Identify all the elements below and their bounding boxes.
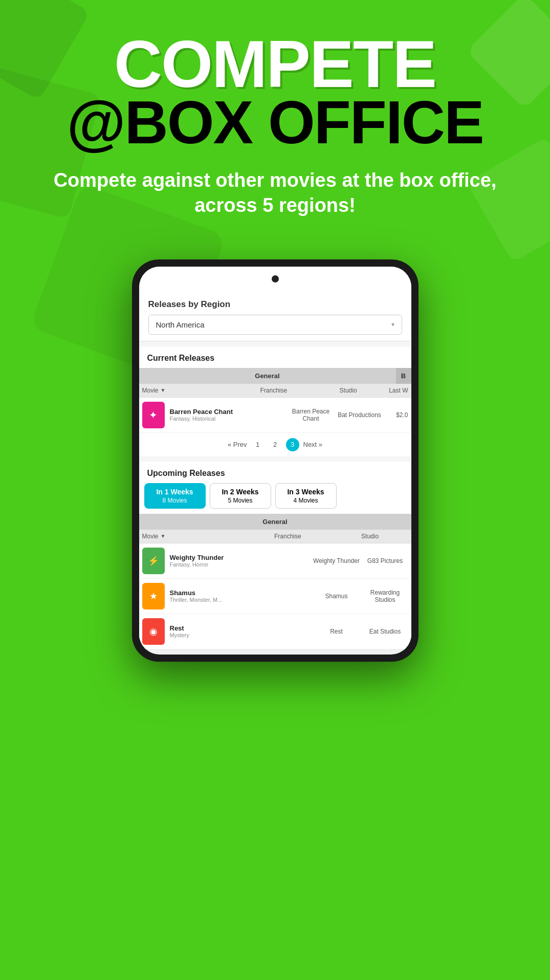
hero-title-boxoffice: @BOX OFFICE bbox=[20, 92, 530, 153]
table-row[interactable]: ⚡ Weighty Thunder Fantasy, Horror Weight… bbox=[139, 543, 411, 579]
movie-info: Barren Peace Chant Fantasy, Historical bbox=[170, 408, 285, 422]
movie-icon: ✦ bbox=[142, 402, 165, 428]
movie-studio-shamus: Rewarding Studios bbox=[362, 589, 408, 603]
table-row[interactable]: ★ Shamus Thriller, Monster, M... Shamus … bbox=[139, 579, 411, 614]
movie-name-rest: Rest bbox=[170, 624, 311, 632]
upcoming-col-movie: Movie ▼ bbox=[139, 530, 247, 543]
movie-icon-rest: ◉ bbox=[142, 618, 165, 645]
current-releases-table-header: General B bbox=[139, 368, 411, 384]
region-selected-text: North America bbox=[156, 320, 205, 329]
pagination: « Prev 1 2 3 Next » bbox=[139, 433, 411, 456]
region-select-wrapper[interactable]: North America ▾ bbox=[148, 315, 402, 335]
upcoming-general-header: General bbox=[139, 514, 411, 530]
app-header: Releases by Region North America ▾ bbox=[139, 291, 411, 341]
upcoming-releases-title: Upcoming Releases bbox=[139, 462, 411, 483]
pagination-page-1[interactable]: 1 bbox=[251, 438, 265, 451]
hero-title-compete: COMPETE bbox=[20, 31, 530, 97]
movie-genre-weighty: Fantasy, Horror bbox=[170, 561, 311, 568]
upcoming-tabs: In 1 Weeks 8 Movies In 2 Weeks 5 Movies … bbox=[139, 483, 411, 514]
movie-studio: Bat Productions bbox=[337, 411, 383, 419]
pagination-page-2[interactable]: 2 bbox=[269, 438, 282, 451]
table-row[interactable]: ◉ Rest Mystery Rest Eat Studios bbox=[139, 614, 411, 649]
movie-info-weighty: Weighty Thunder Fantasy, Horror bbox=[170, 554, 311, 568]
upcoming-subheader: Movie ▼ Franchise Studio bbox=[139, 530, 411, 543]
tab-2-weeks[interactable]: In 2 Weeks 5 Movies bbox=[210, 483, 271, 509]
tab-2-weeks-count: 5 Movies bbox=[218, 497, 262, 504]
movie-info-shamus: Shamus Thriller, Monster, M... bbox=[170, 589, 311, 603]
movie-genre: Fantasy, Historical bbox=[170, 416, 285, 422]
current-releases-title: Current Releases bbox=[139, 346, 411, 368]
phone-content: Releases by Region North America ▾ Curre… bbox=[139, 291, 411, 649]
movie-franchise-rest: Rest bbox=[311, 628, 362, 635]
movie-franchise-weighty: Weighty Thunder bbox=[311, 557, 362, 564]
movie-studio-rest: Eat Studios bbox=[362, 628, 408, 635]
region-select[interactable]: North America ▾ bbox=[148, 315, 402, 335]
current-releases-section: Current Releases General B Movie ▼ Franc… bbox=[139, 346, 411, 456]
upcoming-releases-section: Upcoming Releases In 1 Weeks 8 Movies In… bbox=[139, 462, 411, 649]
chevron-down-icon: ▾ bbox=[391, 321, 394, 328]
movie-genre-rest: Mystery bbox=[170, 632, 311, 638]
movie-name-shamus: Shamus bbox=[170, 589, 311, 597]
movie-info-rest: Rest Mystery bbox=[170, 624, 311, 638]
hero-subtitle: Compete against other movies at the box … bbox=[20, 168, 530, 219]
pagination-prev[interactable]: « Prev bbox=[228, 441, 247, 448]
movie-name: Barren Peace Chant bbox=[170, 408, 285, 416]
current-releases-subheader: Movie ▼ Franchise Studio Last W bbox=[139, 384, 411, 398]
phone-wrapper: Releases by Region North America ▾ Curre… bbox=[0, 259, 550, 692]
col-movie: Movie ▼ bbox=[139, 384, 236, 397]
movie-icon-weighty: ⚡ bbox=[142, 548, 165, 574]
movie-studio-weighty: G83 Pictures bbox=[362, 557, 408, 564]
bonus-header: B bbox=[396, 368, 411, 384]
hero-section: COMPETE @BOX OFFICE Compete against othe… bbox=[0, 0, 550, 239]
movie-franchise: Barren Peace Chant bbox=[285, 408, 337, 422]
upcoming-table-header: General bbox=[139, 514, 411, 530]
movie-genre-shamus: Thriller, Monster, M... bbox=[170, 597, 311, 603]
tab-1-week-count: 8 Movies bbox=[153, 497, 197, 504]
pagination-next[interactable]: Next » bbox=[303, 441, 323, 448]
tab-3-weeks-label: In 3 Weeks bbox=[284, 488, 328, 496]
phone-camera bbox=[272, 275, 279, 282]
movie-name-weighty: Weighty Thunder bbox=[170, 554, 311, 561]
upcoming-col-studio: Studio bbox=[329, 530, 411, 543]
phone-inner: Releases by Region North America ▾ Curre… bbox=[139, 267, 411, 655]
movie-icon-shamus: ★ bbox=[142, 583, 165, 609]
upcoming-col-franchise: Franchise bbox=[247, 530, 329, 543]
movie-lastweek: $2.0 bbox=[383, 411, 408, 419]
phone-outer: Releases by Region North America ▾ Curre… bbox=[132, 259, 419, 662]
col-studio: Studio bbox=[311, 384, 386, 397]
app-header-title: Releases by Region bbox=[148, 299, 402, 310]
tab-1-week-label: In 1 Weeks bbox=[153, 488, 197, 496]
col-franchise: Franchise bbox=[236, 384, 311, 397]
tab-3-weeks-count: 4 Movies bbox=[284, 497, 328, 504]
tab-2-weeks-label: In 2 Weeks bbox=[218, 488, 262, 496]
pagination-page-3-active[interactable]: 3 bbox=[286, 438, 299, 451]
general-header: General bbox=[139, 368, 396, 384]
movie-franchise-shamus: Shamus bbox=[311, 593, 362, 600]
tab-1-week[interactable]: In 1 Weeks 8 Movies bbox=[144, 483, 206, 509]
table-row[interactable]: ✦ Barren Peace Chant Fantasy, Historical… bbox=[139, 398, 411, 433]
phone-notch-bar bbox=[139, 267, 411, 291]
tab-3-weeks[interactable]: In 3 Weeks 4 Movies bbox=[275, 483, 337, 509]
col-lastweek: Last W bbox=[386, 384, 411, 397]
